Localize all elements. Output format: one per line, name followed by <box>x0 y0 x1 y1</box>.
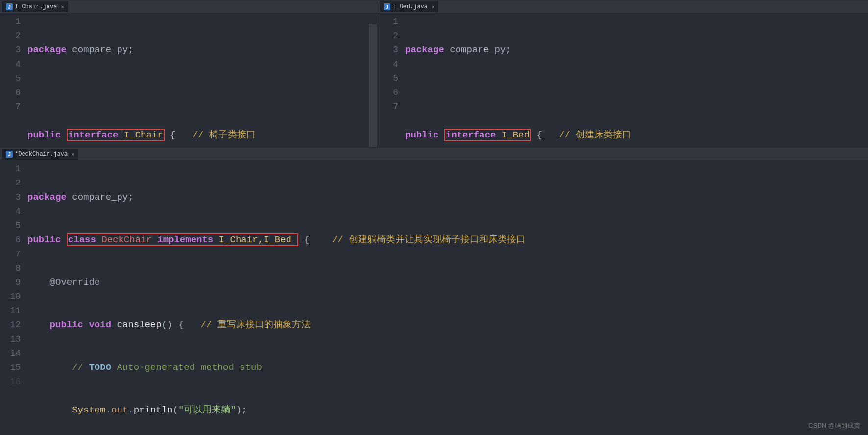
editor-pane-i-bed: J I_Bed.java × 1 2 3 4 5 6 7 package com… <box>378 0 868 147</box>
code-editor[interactable]: 1 2 3 4 5 6 7 package compare_py; public… <box>378 13 868 147</box>
editor-pane-deckchair: J *DeckChair.java × 1 2 3 4 5 6 7 8 9 10… <box>0 147 868 435</box>
highlight-interface-bed: interface I_Bed <box>444 129 531 141</box>
code-area[interactable]: package compare_py; public interface I_C… <box>25 13 377 147</box>
highlight-class-deckchair: class DeckChair implements I_Chair,I_Bed <box>67 233 299 246</box>
highlight-interface-chair: interface I_Chair <box>67 129 165 141</box>
tab-i-chair[interactable]: J I_Chair.java × <box>2 1 68 12</box>
line-gutter: 1 2 3 4 5 6 7 8 9 10 11 12 13 14 15 16 <box>0 160 25 435</box>
java-file-icon: J <box>6 151 13 158</box>
code-editor[interactable]: 1 2 3 4 5 6 7 package compare_py; public… <box>0 13 377 147</box>
line-gutter: 1 2 3 4 5 6 7 <box>0 13 25 147</box>
close-icon[interactable]: × <box>72 151 74 157</box>
tab-i-bed[interactable]: J I_Bed.java × <box>380 1 438 12</box>
tab-bar: J I_Bed.java × <box>378 1 868 13</box>
code-area[interactable]: package compare_py; public class DeckCha… <box>25 160 868 435</box>
tab-title: I_Bed.java <box>392 3 428 10</box>
scrollbar[interactable] <box>369 24 377 147</box>
tab-deckchair[interactable]: J *DeckChair.java × <box>2 149 78 160</box>
code-area[interactable]: package compare_py; public interface I_B… <box>403 13 868 147</box>
close-icon[interactable]: × <box>61 4 64 10</box>
tab-title: I_Chair.java <box>15 3 57 10</box>
tab-bar: J *DeckChair.java × <box>0 148 868 160</box>
tab-bar: J I_Chair.java × <box>0 1 377 13</box>
close-icon[interactable]: × <box>432 4 434 10</box>
java-file-icon: J <box>6 3 13 10</box>
java-file-icon: J <box>384 3 390 10</box>
code-editor[interactable]: 1 2 3 4 5 6 7 8 9 10 11 12 13 14 15 16 p… <box>0 160 868 435</box>
line-gutter: 1 2 3 4 5 6 7 <box>378 13 403 147</box>
tab-title: *DeckChair.java <box>15 151 68 158</box>
editor-pane-i-chair: J I_Chair.java × 1 2 3 4 5 6 7 package c… <box>0 0 378 147</box>
